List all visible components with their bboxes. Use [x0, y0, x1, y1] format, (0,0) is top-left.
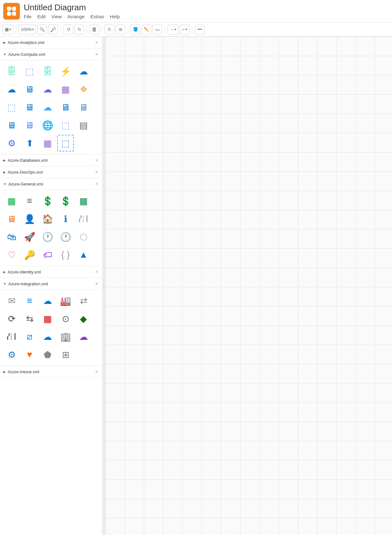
section-close-azure-identity[interactable]: × [94, 269, 99, 275]
icon-functions[interactable]: ⚡ [57, 63, 74, 80]
icon-tag[interactable]: 🏷 [39, 246, 56, 263]
menu-item-help[interactable]: Help [110, 13, 120, 20]
section-close-azure-intune[interactable]: × [94, 368, 99, 375]
section-close-azure-databases[interactable]: × [94, 157, 99, 163]
icon-vm-classic[interactable]: 🖥 [21, 99, 38, 116]
icon-cube[interactable]: ⬡ [75, 229, 92, 245]
icon-flow[interactable]: ⊞ [57, 346, 74, 363]
icon-cloud-blue[interactable]: ☁ [39, 292, 56, 309]
icon-cloud-striped[interactable]: ☁ [39, 328, 56, 345]
menu-item-edit[interactable]: Edit [37, 13, 46, 20]
icon-cylinder[interactable]: ⬟ [39, 346, 56, 363]
icon-virtual-machine[interactable]: 🖥 [21, 81, 38, 98]
icon-container-2[interactable]: ▦ [39, 135, 56, 151]
icon-service-bus[interactable]: ≡ [21, 292, 38, 309]
icon-globe[interactable]: 🌐 [39, 117, 56, 134]
icon-grid-red[interactable]: ▦ [39, 310, 56, 327]
icon-app-service[interactable]: ☁ [3, 81, 20, 98]
icon-list[interactable]: ≡ [21, 193, 38, 209]
icon-key[interactable]: 🔑 [21, 246, 38, 263]
line-color-button[interactable]: ✏️ [142, 25, 151, 34]
menu-item-file[interactable]: File [24, 13, 31, 20]
icon-gear-cloud[interactable]: ⚙ [3, 346, 20, 363]
icon-cloud-service[interactable]: ☁ [75, 63, 92, 80]
icon-disk-image[interactable]: ▤ [75, 117, 92, 134]
icon-integration[interactable]: ⇄ [75, 292, 92, 309]
icon-sql-db-2[interactable]: 🗄 [39, 63, 56, 80]
icon-container[interactable]: ▦ [57, 81, 74, 98]
more-button[interactable]: ••• [195, 25, 205, 34]
section-header-azure-integration[interactable]: ▼Azure-Integration.xml× [0, 278, 102, 290]
icon-shopping-bag[interactable]: 🛍 [3, 229, 20, 245]
icon-rocket[interactable]: 🚀 [21, 229, 38, 245]
icon-cloud-upload[interactable]: ⬆ [21, 135, 38, 151]
section-header-azure-intune[interactable]: ▶Azure-Intune.xml× [0, 366, 102, 378]
paste-button[interactable]: ⧉ [116, 25, 125, 34]
icon-api-circle[interactable]: ⟳ [3, 310, 20, 327]
connection-button[interactable]: → ▾ [168, 25, 179, 34]
section-header-azure-analytics[interactable]: ▶Azure-Analytics.xml× [0, 37, 102, 48]
copy-button[interactable]: ⎘ [105, 25, 114, 34]
icon-info[interactable]: ℹ [57, 211, 74, 227]
undo-button[interactable]: ↺ [64, 25, 73, 34]
icon-api-mgmt[interactable]: ⊙ [57, 310, 74, 327]
icon-sql-database[interactable]: 🗄 [3, 63, 20, 80]
icon-vm-linux[interactable]: 🖥 [57, 99, 74, 116]
icon-vm-dashed-2[interactable]: ⬚ [3, 99, 20, 116]
section-close-azure-integration[interactable]: × [94, 280, 99, 287]
icon-json[interactable]: { } [57, 246, 74, 263]
canvas-area[interactable] [105, 37, 392, 535]
section-header-azure-general[interactable]: ▼Azure-General.xml× [0, 178, 102, 190]
icon-portal[interactable]: ▦ [75, 193, 92, 209]
sidebar-splitter[interactable] [103, 37, 105, 535]
icon-arrows[interactable]: ⇆ [21, 310, 38, 327]
icon-vm-image[interactable]: ⬚ [57, 117, 74, 134]
section-header-azure-devops[interactable]: ▶Azure-DevOps.xml× [0, 166, 102, 178]
icon-email-dashed[interactable]: ✉ [3, 292, 20, 309]
icon-heart-orange[interactable]: ♥ [21, 346, 38, 363]
menu-item-view[interactable]: View [51, 13, 62, 20]
icon-grid[interactable]: ▦ [3, 193, 20, 209]
icon-azure-logo[interactable]: ▲ [75, 246, 92, 263]
icon-app-service-2[interactable]: ☁ [39, 81, 56, 98]
section-header-azure-identity[interactable]: ▶Azure-Identity.xml× [0, 266, 102, 278]
icon-cloud-purple[interactable]: ☁ [75, 328, 92, 345]
zoom-in-button[interactable]: 🔍 [37, 25, 47, 34]
icon-screen[interactable]: 🖥 [3, 211, 20, 227]
section-close-azure-devops[interactable]: × [94, 169, 99, 175]
icon-logic-apps[interactable]: ⧄ [21, 328, 38, 345]
icon-vm-scale[interactable]: 🖥 [3, 117, 20, 134]
icon-clock-purple[interactable]: 🕐 [57, 229, 74, 245]
icon-vm-dashed[interactable]: ⬚ [21, 63, 38, 80]
zoom-selector[interactable]: 100% ▾ [19, 25, 36, 34]
redo-button[interactable]: ↻ [74, 25, 84, 34]
zoom-out-button[interactable]: 🔎 [48, 25, 58, 34]
icon-cost-dollar[interactable]: 💲 [57, 193, 74, 209]
fill-color-button[interactable]: 🪣 [131, 25, 140, 34]
icon-service-fabric[interactable]: ❖ [75, 81, 92, 98]
icon-vm-group[interactable]: 🖥 [21, 117, 38, 134]
icon-vm-windows[interactable]: 🖥 [75, 99, 92, 116]
icon-cost-circle[interactable]: 💲 [39, 193, 56, 209]
icon-settings[interactable]: ⚙ [3, 135, 20, 151]
icon-diamond[interactable]: ◆ [75, 310, 92, 327]
icon-nodes[interactable]: ⛙ [3, 328, 20, 345]
section-close-azure-general[interactable]: × [94, 181, 99, 187]
delete-button[interactable]: 🗑 [90, 25, 99, 34]
section-close-azure-analytics[interactable]: × [94, 39, 99, 46]
icon-vm-selected[interactable]: ⬚ [57, 135, 74, 151]
icon-health[interactable]: ♡ [3, 246, 20, 263]
icon-cloud-shell[interactable]: ☁ [39, 99, 56, 116]
section-close-azure-compute[interactable]: × [94, 51, 99, 57]
menu-item-extras[interactable]: Extras [91, 13, 104, 20]
format-button[interactable]: ▦ ▾ [3, 25, 13, 34]
section-header-azure-databases[interactable]: ▶Azure-Databases.xml× [0, 154, 102, 166]
section-header-azure-compute[interactable]: ▼Azure-Compute.xml× [0, 48, 102, 60]
waypoint-button[interactable]: ⌐ ▾ [180, 25, 189, 34]
menu-item-arrange[interactable]: Arrange [67, 13, 84, 20]
icon-hierarchy[interactable]: ⛙ [75, 211, 92, 227]
icon-person[interactable]: 👤 [21, 211, 38, 227]
icon-factory[interactable]: 🏭 [57, 292, 74, 309]
shadow-button[interactable]: ▭ [152, 25, 162, 34]
icon-home[interactable]: 🏠 [39, 211, 56, 227]
